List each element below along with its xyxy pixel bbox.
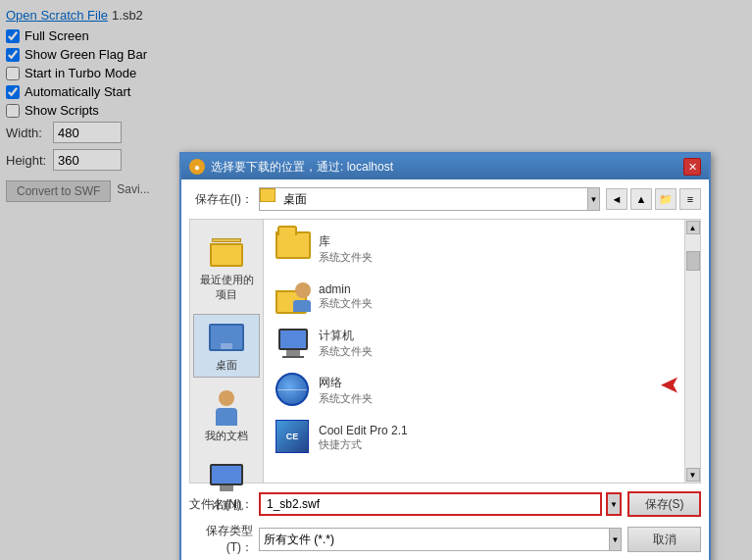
new-folder-button[interactable]: 📁 bbox=[655, 188, 677, 210]
person-icon bbox=[213, 390, 240, 426]
save-location-value: 桌面 bbox=[279, 188, 587, 210]
network-icon-large bbox=[276, 373, 311, 408]
file-item-name: admin bbox=[319, 282, 373, 296]
file-item-name: Cool Edit Pro 2.1 bbox=[319, 424, 408, 437]
dialog-overlay: ● 选择要下载的位置，通过: localhost ✕ 保存在(I)： 桌面 ▼ … bbox=[0, 0, 752, 560]
person-head bbox=[219, 390, 234, 406]
file-item-type: 系统文件夹 bbox=[319, 250, 373, 265]
dialog-sidebar: 最近使用的项目 桌面 bbox=[190, 220, 264, 483]
folder-icon-large bbox=[276, 231, 311, 267]
sidebar-recent-label: 最近使用的项目 bbox=[197, 273, 256, 302]
dialog-icon: ● bbox=[189, 159, 205, 175]
file-item-type: 系统文件夹 bbox=[319, 344, 373, 359]
view-menu-button[interactable]: ≡ bbox=[679, 188, 701, 210]
filename-dropdown[interactable]: ▼ bbox=[606, 492, 622, 516]
file-info: 库 系统文件夹 bbox=[319, 233, 373, 265]
list-item[interactable]: 网络 系统文件夹 bbox=[272, 369, 677, 412]
save-button[interactable]: 保存(S) bbox=[627, 491, 701, 517]
cooledit-shape: CE bbox=[276, 420, 309, 453]
toolbar-icons: ◄ ▲ 📁 ≡ bbox=[606, 188, 701, 210]
nav-up-button[interactable]: ▲ bbox=[630, 188, 652, 210]
list-item[interactable]: CE Cool Edit Pro 2.1 快捷方式 bbox=[272, 416, 677, 459]
filetype-row: 保存类型(T)： 所有文件 (*.*) ▼ 取消 bbox=[189, 523, 701, 556]
filename-label: 文件名(N)： bbox=[189, 496, 253, 513]
stand bbox=[220, 485, 233, 491]
save-location-dropdown[interactable]: ▼ bbox=[587, 188, 599, 210]
file-info: 网络 系统文件夹 bbox=[319, 375, 373, 406]
recent-icon bbox=[208, 233, 245, 271]
sidebar-documents-label: 我的文档 bbox=[205, 429, 248, 443]
filetype-label: 保存类型(T)： bbox=[189, 523, 253, 556]
dialog-title-text: 选择要下载的位置，通过: localhost bbox=[211, 159, 393, 176]
person-body bbox=[216, 408, 237, 426]
filetype-dropdown[interactable]: ▼ bbox=[609, 529, 621, 550]
sidebar-item-documents[interactable]: 我的文档 bbox=[193, 385, 260, 447]
dialog-title-left: ● 选择要下载的位置，通过: localhost bbox=[189, 159, 393, 176]
person-folder-icon bbox=[276, 279, 311, 314]
file-item-name: 库 bbox=[319, 233, 373, 250]
scrollbar[interactable]: ▲ ▼ bbox=[684, 220, 700, 483]
filename-input-wrapper: ▼ bbox=[259, 492, 622, 516]
folder-shape bbox=[276, 231, 311, 259]
save-dialog: ● 选择要下载的位置，通过: localhost ✕ 保存在(I)： 桌面 ▼ … bbox=[179, 152, 711, 560]
recent-body bbox=[210, 243, 243, 267]
list-item[interactable]: 库 系统文件夹 bbox=[272, 228, 677, 271]
recent-strip bbox=[212, 238, 241, 242]
cooledit-icon-large: CE bbox=[276, 420, 311, 455]
file-item-name: 计算机 bbox=[319, 328, 373, 344]
file-info: Cool Edit Pro 2.1 快捷方式 bbox=[319, 424, 408, 452]
globe-shape bbox=[276, 373, 309, 406]
list-item[interactable]: 计算机 系统文件夹 bbox=[272, 322, 677, 365]
filename-row: 文件名(N)： ▼ 保存(S) bbox=[189, 491, 701, 517]
save-location-label: 保存在(I)： bbox=[189, 191, 253, 208]
dialog-titlebar: ● 选择要下载的位置，通过: localhost ✕ bbox=[181, 154, 709, 179]
cancel-button[interactable]: 取消 bbox=[627, 527, 701, 552]
filename-input[interactable] bbox=[259, 492, 602, 516]
scrollbar-thumb[interactable] bbox=[686, 251, 700, 271]
file-info: 计算机 系统文件夹 bbox=[319, 328, 373, 359]
file-list: 库 系统文件夹 bbox=[264, 220, 684, 483]
sidebar-item-recent[interactable]: 最近使用的项目 bbox=[193, 229, 260, 306]
filetype-combo[interactable]: 所有文件 (*.*) ▼ bbox=[259, 528, 622, 551]
file-item-type: 系统文件夹 bbox=[319, 391, 373, 406]
sidebar-desktop-label: 桌面 bbox=[216, 358, 237, 373]
computer-icon-large bbox=[276, 326, 311, 361]
nav-back-button[interactable]: ◄ bbox=[606, 188, 627, 210]
file-item-type: 系统文件夹 bbox=[319, 296, 373, 311]
dialog-body: 保存在(I)： 桌面 ▼ ◄ ▲ 📁 ≡ bbox=[181, 179, 709, 560]
desktop-icon bbox=[208, 319, 245, 356]
screen bbox=[210, 464, 243, 485]
dialog-main-area: 最近使用的项目 桌面 bbox=[189, 219, 701, 484]
computer-shape bbox=[210, 464, 243, 491]
sidebar-item-desktop[interactable]: 桌面 bbox=[193, 314, 260, 378]
file-item-name: 网络 bbox=[319, 375, 373, 391]
folder-icon bbox=[260, 188, 276, 202]
filetype-value: 所有文件 (*.*) bbox=[260, 529, 609, 550]
file-item-type: 快捷方式 bbox=[319, 437, 408, 452]
save-location-combo[interactable]: 桌面 ▼ bbox=[259, 187, 600, 211]
list-item[interactable]: admin 系统文件夹 bbox=[272, 275, 677, 318]
computer-icon bbox=[208, 459, 245, 496]
arrow-annotation: ➤ bbox=[661, 373, 678, 398]
dialog-close-button[interactable]: ✕ bbox=[683, 158, 701, 176]
file-info: admin 系统文件夹 bbox=[319, 282, 373, 311]
save-location-row: 保存在(I)： 桌面 ▼ ◄ ▲ 📁 ≡ bbox=[189, 187, 701, 211]
documents-icon bbox=[208, 389, 245, 427]
